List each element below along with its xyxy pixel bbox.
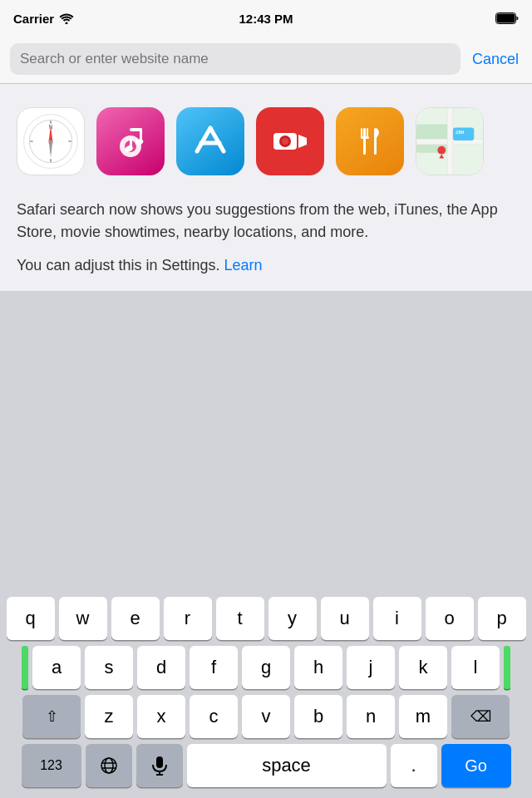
appstore-app-icon[interactable] — [176, 107, 244, 175]
svg-rect-2 — [497, 14, 515, 23]
dictation-key[interactable] — [136, 744, 183, 787]
globe-key[interactable] — [86, 744, 132, 787]
key-a[interactable]: a — [32, 646, 81, 689]
key-q[interactable]: q — [7, 597, 55, 640]
svg-point-40 — [101, 758, 116, 773]
key-j[interactable]: j — [347, 646, 395, 689]
keyboard-row-1: q w e r t y u i o p — [2, 597, 530, 640]
key-r[interactable]: r — [164, 597, 212, 640]
key-e[interactable]: e — [111, 597, 160, 640]
key-h[interactable]: h — [294, 646, 342, 689]
movie-app-icon[interactable] — [256, 107, 324, 175]
shift-key[interactable]: ⇧ — [22, 695, 81, 738]
carrier-label: Carrier — [13, 12, 54, 26]
status-bar: Carrier 12:43 PM — [0, 0, 532, 37]
key-t[interactable]: t — [216, 597, 264, 640]
go-key[interactable]: Go — [441, 744, 511, 787]
delete-key[interactable]: ⌫ — [451, 695, 510, 738]
numbers-key[interactable]: 123 — [22, 744, 81, 787]
keyboard-row-bottom: 123 space . Go — [2, 744, 530, 787]
battery-icon — [495, 12, 519, 24]
description-settings: You can adjust this in Settings. Learn — [17, 257, 515, 274]
dictation-icon — [150, 755, 169, 776]
key-s[interactable]: s — [85, 646, 133, 689]
svg-point-0 — [66, 22, 68, 25]
safari-app-icon[interactable]: N — [17, 107, 85, 175]
key-y[interactable]: y — [268, 597, 317, 640]
keyboard-row-2: a s d f g h j k l — [2, 646, 530, 689]
svg-point-41 — [105, 758, 113, 773]
key-g[interactable]: g — [242, 646, 290, 689]
search-bar-area: Cancel — [0, 37, 532, 84]
svg-rect-28 — [363, 128, 366, 155]
search-input[interactable] — [10, 43, 461, 75]
globe-icon — [99, 756, 119, 776]
key-m[interactable]: m — [399, 695, 447, 738]
svg-text:280: 280 — [456, 129, 465, 135]
green-side-left — [22, 646, 28, 689]
key-b[interactable]: b — [294, 695, 342, 738]
wifi-icon — [59, 12, 74, 24]
svg-rect-31 — [361, 136, 369, 139]
key-i[interactable]: i — [373, 597, 421, 640]
keyboard: q w e r t y u i o p a s d f g h j k l ⇧ … — [0, 590, 532, 798]
cancel-button[interactable]: Cancel — [469, 51, 522, 68]
description-main: Safari search now shows you suggestions … — [17, 199, 515, 244]
food-app-icon[interactable] — [336, 107, 404, 175]
key-u[interactable]: u — [321, 597, 369, 640]
learn-link[interactable]: Learn — [224, 257, 263, 273]
key-v[interactable]: v — [242, 695, 290, 738]
svg-rect-18 — [130, 128, 142, 131]
svg-marker-27 — [298, 135, 307, 148]
key-x[interactable]: x — [137, 695, 185, 738]
svg-point-39 — [437, 146, 446, 155]
svg-line-21 — [197, 128, 210, 151]
key-o[interactable]: o — [426, 597, 474, 640]
app-icons-row: N — [17, 107, 515, 175]
key-z[interactable]: z — [85, 695, 133, 738]
period-key[interactable]: . — [391, 744, 437, 787]
space-key[interactable]: space — [187, 744, 387, 787]
key-k[interactable]: k — [399, 646, 447, 689]
green-side-right — [504, 646, 510, 689]
status-right — [495, 12, 519, 24]
key-n[interactable]: n — [347, 695, 395, 738]
svg-rect-44 — [156, 756, 163, 768]
svg-rect-36 — [447, 108, 453, 175]
key-p[interactable]: p — [478, 597, 526, 640]
key-d[interactable]: d — [137, 646, 185, 689]
keyboard-row-3: ⇧ z x c v b n m ⌫ — [2, 695, 530, 738]
itunes-app-icon[interactable] — [96, 107, 165, 175]
key-w[interactable]: w — [59, 597, 107, 640]
svg-point-26 — [282, 138, 288, 145]
key-f[interactable]: f — [190, 646, 238, 689]
svg-line-22 — [210, 128, 224, 151]
status-left: Carrier — [13, 12, 74, 26]
main-content: N — [0, 84, 532, 291]
maps-app-icon[interactable]: 280 — [416, 107, 484, 175]
key-c[interactable]: c — [190, 695, 238, 738]
key-l[interactable]: l — [451, 646, 500, 689]
svg-rect-32 — [374, 128, 377, 155]
status-time: 12:43 PM — [239, 12, 293, 26]
